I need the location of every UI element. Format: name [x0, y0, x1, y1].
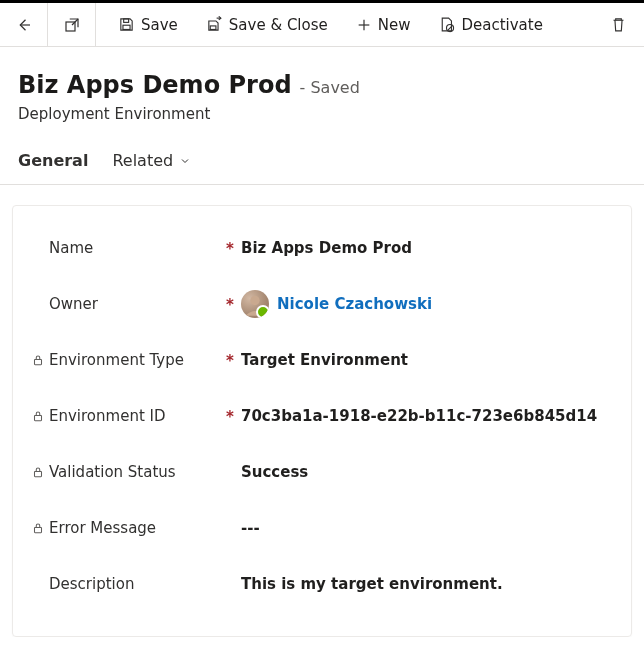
required-indicator: * [226, 296, 234, 314]
entity-type-label: Deployment Environment [18, 105, 626, 123]
record-header: Biz Apps Demo Prod - Saved Deployment En… [0, 47, 644, 133]
svg-rect-2 [124, 19, 129, 23]
field-row-description: Description This is my target environmen… [23, 556, 621, 612]
validation-field: Success [241, 463, 617, 481]
deactivate-button[interactable]: Deactivate [428, 10, 552, 40]
name-field[interactable]: Biz Apps Demo Prod [241, 239, 617, 257]
field-label: Description [49, 575, 219, 593]
back-arrow-icon [15, 16, 33, 34]
error-field: --- [241, 519, 617, 537]
lock-icon [31, 465, 45, 479]
delete-button[interactable] [600, 7, 636, 43]
field-row-error: Error Message --- [23, 500, 621, 556]
form-tabs: General Related [0, 133, 644, 185]
svg-rect-8 [35, 471, 42, 476]
lock-icon [31, 409, 45, 423]
field-label: Error Message [49, 519, 219, 537]
trash-icon [610, 16, 627, 33]
back-button[interactable] [0, 3, 48, 47]
svg-point-5 [250, 296, 259, 305]
svg-rect-1 [123, 25, 130, 29]
save-close-label: Save & Close [229, 16, 328, 34]
avatar [241, 290, 269, 318]
owner-field[interactable]: Nicole Czachowski [241, 290, 617, 318]
svg-rect-9 [35, 527, 42, 532]
record-title: Biz Apps Demo Prod [18, 71, 292, 99]
field-row-env-type: Environment Type * Target Environment [23, 332, 621, 388]
deactivate-icon [438, 16, 455, 33]
save-and-close-button[interactable]: Save & Close [196, 10, 338, 40]
tab-general[interactable]: General [18, 151, 88, 170]
lock-icon [31, 353, 45, 367]
env-id-field: 70c3ba1a-1918-e22b-b11c-723e6b845d14 [241, 407, 617, 425]
command-bar: Save Save & Close New Deactivate [0, 3, 644, 47]
new-label: New [378, 16, 411, 34]
open-in-new-icon [63, 16, 81, 34]
plus-icon [356, 17, 372, 33]
tab-general-label: General [18, 151, 88, 170]
field-row-env-id: Environment ID * 70c3ba1a-1918-e22b-b11c… [23, 388, 621, 444]
lock-icon [31, 521, 45, 535]
description-field[interactable]: This is my target environment. [241, 575, 617, 593]
field-row-owner: Owner * Nicole Czachowski [23, 276, 621, 332]
svg-rect-3 [210, 26, 216, 30]
saved-indicator: - Saved [300, 78, 360, 97]
save-button[interactable]: Save [108, 10, 188, 40]
svg-rect-6 [35, 359, 42, 364]
presence-indicator [256, 305, 269, 318]
form-panel: Name * Biz Apps Demo Prod Owner * Nicole… [12, 205, 632, 637]
save-icon [118, 16, 135, 33]
new-button[interactable]: New [346, 10, 421, 40]
deactivate-label: Deactivate [461, 16, 542, 34]
env-type-field: Target Environment [241, 351, 617, 369]
field-row-name: Name * Biz Apps Demo Prod [23, 220, 621, 276]
field-label: Validation Status [49, 463, 219, 481]
field-label: Name [49, 239, 219, 257]
required-indicator: * [226, 408, 234, 426]
field-label: Environment ID [49, 407, 219, 425]
open-in-new-window-button[interactable] [48, 3, 96, 47]
required-indicator: * [226, 352, 234, 370]
chevron-down-icon [179, 155, 191, 167]
field-label: Environment Type [49, 351, 219, 369]
save-label: Save [141, 16, 178, 34]
save-close-icon [206, 16, 223, 33]
owner-lookup-link[interactable]: Nicole Czachowski [277, 295, 432, 313]
tab-related-label: Related [112, 151, 173, 170]
field-label: Owner [49, 295, 219, 313]
required-indicator: * [226, 240, 234, 258]
tab-related[interactable]: Related [112, 151, 191, 170]
field-row-validation: Validation Status Success [23, 444, 621, 500]
svg-rect-7 [35, 415, 42, 420]
